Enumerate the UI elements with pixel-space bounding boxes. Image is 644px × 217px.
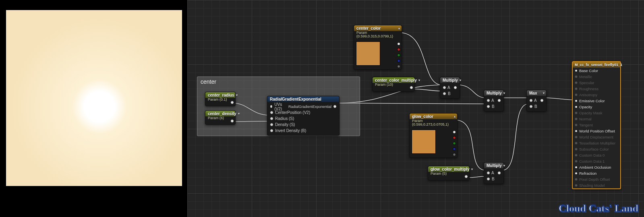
node-title: center_color <box>356 26 381 31</box>
input-pin-a[interactable] <box>487 99 490 102</box>
material-pin-world-displacement: World Displacement <box>573 134 620 140</box>
pin-label: Radius (S) <box>275 116 294 121</box>
pin-label: Custom Data 1 <box>579 159 605 163</box>
pin-dot <box>575 75 578 78</box>
pin-label: Tessellation Multiplier <box>579 141 615 145</box>
output-pin[interactable] <box>230 119 234 123</box>
node-center-radius[interactable]: center_radius ▾ Param (0.1) <box>205 92 236 106</box>
output-pin-b[interactable] <box>397 59 400 62</box>
pin-label: Tangent <box>579 123 593 127</box>
pin-label: B <box>448 91 451 96</box>
material-pin-ambient-occlusion[interactable]: Ambient Occlusion <box>573 164 620 170</box>
output-pin-rgba[interactable] <box>453 130 456 134</box>
pin-dot <box>575 148 578 151</box>
node-glow-color[interactable]: glow_color ▴ Param (0.599,0.273,0.0705,1… <box>409 113 458 158</box>
input-pin-a[interactable] <box>487 171 490 175</box>
pin-label: B <box>492 104 495 109</box>
output-pin-g[interactable] <box>453 142 456 145</box>
pin-label: World Position Offset <box>579 129 615 133</box>
pin-dot[interactable] <box>575 130 578 132</box>
input-pin-centerposition[interactable] <box>270 111 273 114</box>
material-pin-custom-data-0: Custom Data 0 <box>573 152 620 158</box>
output-pin-a[interactable] <box>397 65 400 68</box>
output-pin-g[interactable] <box>397 54 400 57</box>
pin-dot <box>575 184 578 187</box>
node-max[interactable]: Max ▾ A B <box>526 90 547 112</box>
material-pin-pixel-depth-offset: Pixel Depth Offset <box>573 176 620 182</box>
material-pin-base-color[interactable]: Base Color <box>573 68 620 74</box>
pin-label: Ambient Occlusion <box>579 165 611 169</box>
pin-label: RadialGradientExponential <box>288 105 331 109</box>
chevron-down-icon: ▾ <box>471 167 473 171</box>
pin-label: A <box>447 85 450 90</box>
input-pin-a[interactable] <box>443 86 446 89</box>
pin-label: A <box>534 98 537 103</box>
pin-label: A <box>491 98 494 103</box>
input-pin-b[interactable] <box>529 105 533 108</box>
output-pin[interactable] <box>230 101 234 104</box>
pin-dot <box>575 136 578 138</box>
node-multiply-3[interactable]: Multiply ▾ A B <box>484 162 504 184</box>
node-center-color[interactable]: center_color ▴ Param (0.599,0.315,0.0799… <box>354 25 402 70</box>
material-pin-metallic: Metallic <box>573 74 620 80</box>
pin-dot <box>575 87 578 90</box>
node-param: Param (0.599,0.315,0.0799,1) <box>354 31 402 39</box>
node-center-density[interactable]: center_density ▾ Param (6) <box>205 110 236 125</box>
output-pin[interactable] <box>497 99 501 102</box>
output-pin-r[interactable] <box>397 48 400 51</box>
material-pin-refraction[interactable]: Refraction <box>573 170 620 176</box>
output-pin-rgba[interactable] <box>397 42 400 45</box>
node-material-output[interactable]: M_cc_fx_sensei_firefly01_1 Base ColorMet… <box>572 61 621 189</box>
pin-label: Base Color <box>579 68 598 73</box>
node-center-color-multiply[interactable]: center_color_multiply ▾ Param (10) <box>372 77 415 91</box>
material-graph[interactable]: center center_radius ▾ Param (0.1) cente… <box>187 0 644 217</box>
input-pin-radius[interactable] <box>270 117 273 120</box>
input-pin-invert-density[interactable] <box>270 129 273 132</box>
input-pin-b[interactable] <box>443 92 446 95</box>
material-pin-opacity[interactable]: Opacity <box>573 104 620 110</box>
pin-label: Specular <box>579 81 594 85</box>
pin-label: UVs (V2) <box>274 102 287 111</box>
pin-label: A <box>491 171 494 175</box>
node-radial-gradient-exponential[interactable]: RadialGradientExponential UVs (V2) Radia… <box>267 96 340 136</box>
output-pin-a[interactable] <box>453 153 456 156</box>
pin-dot[interactable] <box>575 172 578 175</box>
input-pin-a[interactable] <box>529 99 533 102</box>
output-pin[interactable] <box>333 105 337 108</box>
node-title: glow_color_multiply <box>431 167 470 172</box>
pin-dot[interactable] <box>575 166 578 169</box>
output-pin[interactable] <box>497 171 501 175</box>
material-pin-shading-model: Shading Model <box>573 182 620 188</box>
node-multiply-1[interactable]: Multiply ▾ A B <box>440 77 460 99</box>
node-title: center_color_multiply <box>375 78 417 83</box>
pin-label: Anisotropy <box>579 93 597 97</box>
pin-dot <box>575 81 578 84</box>
output-pin-b[interactable] <box>453 147 456 151</box>
material-pin-emissive-color[interactable]: Emissive Color <box>573 98 620 104</box>
output-pin-r[interactable] <box>453 136 456 139</box>
pin-label: Roughness <box>579 87 598 91</box>
output-pin[interactable] <box>453 86 457 89</box>
input-pin-density[interactable] <box>270 123 273 126</box>
input-pin-uvs[interactable] <box>270 105 273 108</box>
node-title: Multiply <box>443 78 458 83</box>
chevron-down-icon: ▾ <box>503 91 505 95</box>
pin-label: Opacity Mask <box>579 111 603 115</box>
chevron-up-icon: ▴ <box>454 115 456 118</box>
node-glow-color-multiply[interactable]: glow_color_multiply ▾ Param (5) <box>428 166 470 180</box>
node-title: center_density <box>208 112 236 116</box>
pin-dot[interactable] <box>575 105 578 108</box>
pin-dot <box>575 154 578 157</box>
output-pin[interactable] <box>540 99 544 102</box>
node-multiply-2[interactable]: Multiply ▾ A B <box>484 90 504 112</box>
output-pin[interactable] <box>464 175 468 178</box>
material-pin-world-position-offset[interactable]: World Position Offset <box>573 128 620 134</box>
pin-label: World Displacement <box>579 135 613 139</box>
pin-dot[interactable] <box>575 69 578 72</box>
pin-dot <box>575 93 578 96</box>
pin-dot[interactable] <box>575 99 578 102</box>
input-pin-b[interactable] <box>487 177 490 181</box>
output-pin[interactable] <box>410 86 413 89</box>
pin-label: Normal <box>579 117 592 121</box>
input-pin-b[interactable] <box>487 105 490 108</box>
